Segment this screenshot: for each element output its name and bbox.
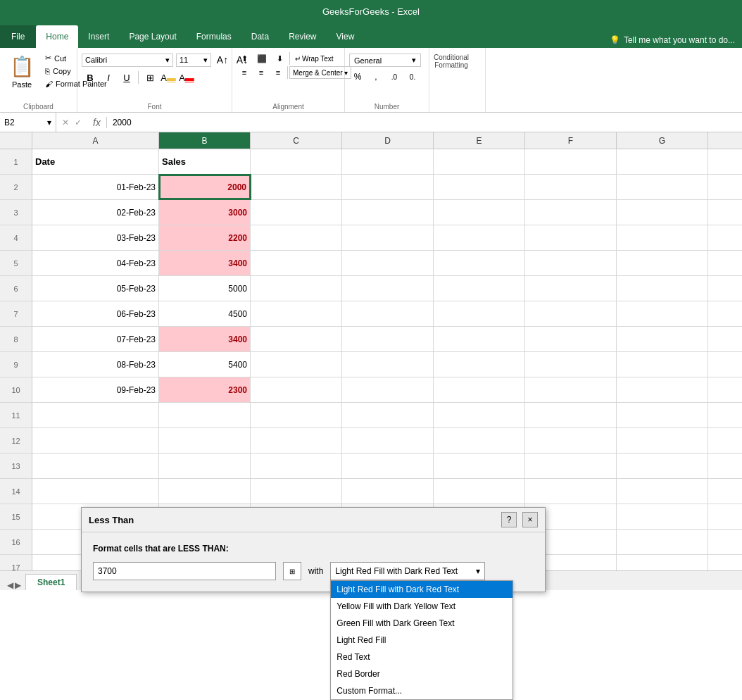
- spreadsheet-cell[interactable]: [434, 276, 525, 301]
- spreadsheet-cell[interactable]: [525, 200, 617, 225]
- spreadsheet-cell[interactable]: [617, 352, 708, 377]
- spreadsheet-cell[interactable]: [159, 479, 251, 504]
- spreadsheet-cell[interactable]: [251, 175, 342, 199]
- decrease-decimal-button[interactable]: 0.: [404, 69, 421, 85]
- spreadsheet-cell[interactable]: [434, 225, 525, 250]
- spreadsheet-cell[interactable]: 3000: [159, 200, 251, 225]
- spreadsheet-cell[interactable]: 5400: [159, 352, 251, 377]
- spreadsheet-cell[interactable]: [617, 403, 708, 427]
- sheet-tab-sheet1[interactable]: Sheet1: [25, 574, 77, 590]
- spreadsheet-cell[interactable]: [617, 301, 708, 326]
- spreadsheet-cell[interactable]: [342, 454, 434, 478]
- scroll-left-icon[interactable]: ◀: [7, 580, 13, 590]
- spreadsheet-cell[interactable]: 3400: [159, 251, 251, 275]
- spreadsheet-cell[interactable]: [434, 352, 525, 377]
- spreadsheet-cell[interactable]: [617, 251, 708, 275]
- spreadsheet-cell[interactable]: [342, 225, 434, 250]
- spreadsheet-cell[interactable]: [525, 479, 617, 504]
- spreadsheet-cell[interactable]: [251, 479, 342, 504]
- tab-file[interactable]: File: [0, 25, 36, 48]
- spreadsheet-cell[interactable]: 08-Feb-23: [32, 352, 159, 377]
- spreadsheet-cell[interactable]: [434, 377, 525, 402]
- spreadsheet-cell[interactable]: [251, 428, 342, 453]
- dialog-close-button[interactable]: ×: [522, 512, 538, 527]
- spreadsheet-cell[interactable]: [617, 530, 708, 554]
- spreadsheet-cell[interactable]: [342, 149, 434, 174]
- spreadsheet-cell[interactable]: [251, 225, 342, 250]
- spreadsheet-cell[interactable]: [617, 149, 708, 174]
- tab-data[interactable]: Data: [241, 25, 279, 48]
- spreadsheet-cell[interactable]: [617, 377, 708, 402]
- spreadsheet-cell[interactable]: [434, 454, 525, 478]
- align-bottom-button[interactable]: ⬇: [272, 52, 287, 65]
- spreadsheet-cell[interactable]: [342, 200, 434, 225]
- spreadsheet-cell[interactable]: [342, 479, 434, 504]
- dropdown-option[interactable]: Green Fill with Dark Green Text: [331, 615, 513, 632]
- spreadsheet-cell[interactable]: [434, 403, 525, 427]
- spreadsheet-cell[interactable]: [251, 251, 342, 275]
- fill-color-button[interactable]: A▬: [160, 70, 177, 85]
- spreadsheet-cell[interactable]: [251, 403, 342, 427]
- spreadsheet-cell[interactable]: Sales: [159, 149, 251, 174]
- dropdown-option[interactable]: Light Red Fill with Dark Red Text: [331, 581, 513, 598]
- tab-page-layout[interactable]: Page Layout: [119, 25, 186, 48]
- spreadsheet-cell[interactable]: [525, 454, 617, 478]
- tab-formulas[interactable]: Formulas: [187, 25, 241, 48]
- col-header-c[interactable]: C: [251, 132, 342, 149]
- font-color-button[interactable]: A▬: [178, 70, 195, 85]
- spreadsheet-cell[interactable]: [342, 301, 434, 326]
- spreadsheet-cell[interactable]: 04-Feb-23: [32, 251, 159, 275]
- font-increase-button[interactable]: A↑: [214, 52, 231, 68]
- spreadsheet-cell[interactable]: [617, 276, 708, 301]
- cell-reference-box[interactable]: B2 ▾: [0, 113, 56, 132]
- spreadsheet-cell[interactable]: [434, 479, 525, 504]
- spreadsheet-cell[interactable]: 02-Feb-23: [32, 200, 159, 225]
- spreadsheet-cell[interactable]: [525, 225, 617, 250]
- spreadsheet-cell[interactable]: [617, 428, 708, 453]
- spreadsheet-cell[interactable]: [525, 175, 617, 199]
- spreadsheet-cell[interactable]: 06-Feb-23: [32, 301, 159, 326]
- spreadsheet-cell[interactable]: [251, 352, 342, 377]
- dropdown-option[interactable]: Red Text: [331, 649, 513, 665]
- spreadsheet-cell[interactable]: [342, 403, 434, 427]
- spreadsheet-cell[interactable]: [525, 352, 617, 377]
- spreadsheet-cell[interactable]: [159, 403, 251, 427]
- dialog-format-dropdown[interactable]: Light Red Fill with Dark Red Text ▾: [330, 562, 485, 580]
- formula-confirm-icon[interactable]: ✓: [75, 118, 82, 127]
- col-header-d[interactable]: D: [342, 132, 434, 149]
- number-format-selector[interactable]: General ▾: [349, 54, 421, 67]
- font-size-selector[interactable]: 11 ▾: [176, 54, 211, 67]
- spreadsheet-cell[interactable]: [251, 149, 342, 174]
- italic-button[interactable]: I: [100, 70, 117, 85]
- dropdown-option[interactable]: Light Red Fill: [331, 632, 513, 649]
- spreadsheet-cell[interactable]: 09-Feb-23: [32, 377, 159, 402]
- dialog-value-input[interactable]: 3700: [93, 562, 276, 580]
- spreadsheet-cell[interactable]: [617, 200, 708, 225]
- col-header-e[interactable]: E: [434, 132, 525, 149]
- underline-button[interactable]: U: [118, 70, 135, 85]
- tab-home[interactable]: Home: [36, 25, 78, 48]
- spreadsheet-cell[interactable]: [434, 175, 525, 199]
- comma-button[interactable]: ,: [367, 69, 384, 85]
- spreadsheet-cell[interactable]: [525, 428, 617, 453]
- spreadsheet-cell[interactable]: [32, 428, 159, 453]
- spreadsheet-cell[interactable]: [342, 276, 434, 301]
- spreadsheet-cell[interactable]: [617, 175, 708, 199]
- spreadsheet-cell[interactable]: [159, 428, 251, 453]
- spreadsheet-cell[interactable]: [434, 301, 525, 326]
- spreadsheet-cell[interactable]: [251, 327, 342, 351]
- spreadsheet-cell[interactable]: [342, 251, 434, 275]
- col-header-b[interactable]: B: [159, 132, 251, 149]
- percent-button[interactable]: %: [349, 69, 366, 85]
- spreadsheet-cell[interactable]: [617, 225, 708, 250]
- spreadsheet-cell[interactable]: [434, 149, 525, 174]
- spreadsheet-cell[interactable]: 2200: [159, 225, 251, 250]
- dropdown-option[interactable]: Yellow Fill with Dark Yellow Text: [331, 598, 513, 615]
- spreadsheet-cell[interactable]: [525, 403, 617, 427]
- merge-center-button[interactable]: Merge & Center ▾: [289, 66, 351, 79]
- spreadsheet-cell[interactable]: 3400: [159, 327, 251, 351]
- spreadsheet-cell[interactable]: 4500: [159, 301, 251, 326]
- spreadsheet-cell[interactable]: [251, 301, 342, 326]
- dropdown-option[interactable]: Custom Format...: [331, 682, 513, 699]
- spreadsheet-cell[interactable]: [617, 454, 708, 478]
